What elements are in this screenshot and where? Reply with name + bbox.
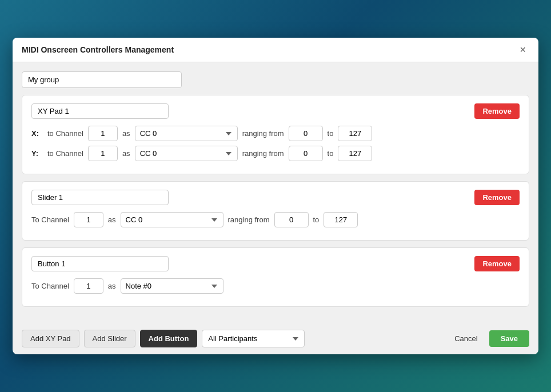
y-ranging-text: ranging from — [242, 149, 284, 158]
y-label: Y: — [31, 149, 43, 158]
footer-left: Add XY Pad Add Slider Add Button All Par… — [22, 330, 305, 347]
x-range-to-input[interactable] — [338, 126, 372, 141]
button-name-input[interactable] — [31, 256, 169, 271]
y-as-text: as — [122, 149, 130, 158]
y-channel-input[interactable] — [88, 146, 118, 161]
x-cc-select[interactable]: CC 0CC 1CC 7 — [135, 126, 238, 141]
y-to-channel-text: to Channel — [47, 149, 83, 158]
x-channel-input[interactable] — [88, 126, 118, 141]
participants-select[interactable]: All Participants Participant 1 Participa… — [202, 330, 305, 347]
save-button[interactable]: Save — [489, 330, 529, 347]
midi-dialog: MIDI Onscreen Controllers Management × R… — [13, 38, 538, 354]
button-to-channel-text: To Channel — [31, 282, 69, 290]
y-range-to-input[interactable] — [338, 146, 372, 161]
x-range-from-input[interactable] — [289, 126, 323, 141]
button-remove-button[interactable]: Remove — [474, 256, 520, 271]
slider-header: Remove — [31, 190, 520, 205]
button-note-select[interactable]: Note #0Note #1Note #36 — [121, 278, 223, 294]
slider-as-text: as — [108, 215, 116, 224]
close-button[interactable]: × — [516, 43, 529, 56]
x-as-text: as — [122, 129, 130, 138]
add-slider-button[interactable]: Add Slider — [84, 330, 135, 347]
xy-pad-block: Remove X: to Channel as CC 0CC 1CC 7 ran… — [22, 95, 529, 174]
add-button-button[interactable]: Add Button — [140, 330, 198, 347]
button-row: To Channel as Note #0Note #1Note #36 — [31, 278, 520, 294]
xy-pad-x-row: X: to Channel as CC 0CC 1CC 7 ranging fr… — [31, 126, 520, 141]
y-cc-select[interactable]: CC 0CC 1CC 7 — [135, 146, 238, 161]
xy-pad-name-input[interactable] — [31, 103, 169, 119]
y-to-text: to — [328, 149, 334, 158]
slider-range-to-input[interactable] — [324, 212, 358, 227]
add-xy-pad-button[interactable]: Add XY Pad — [22, 330, 79, 347]
dialog-body: Remove X: to Channel as CC 0CC 1CC 7 ran… — [13, 62, 538, 323]
slider-to-text: to — [313, 215, 320, 224]
button-block: Remove To Channel as Note #0Note #1Note … — [22, 247, 529, 307]
dialog-titlebar: MIDI Onscreen Controllers Management × — [13, 38, 538, 62]
button-header: Remove — [31, 256, 520, 271]
slider-to-channel-text: To Channel — [31, 215, 69, 224]
button-as-text: as — [108, 282, 116, 290]
dialog-title: MIDI Onscreen Controllers Management — [22, 45, 174, 54]
slider-channel-input[interactable] — [74, 212, 103, 227]
button-channel-input[interactable] — [74, 278, 103, 294]
x-to-text: to — [328, 129, 334, 138]
slider-ranging-text: ranging from — [228, 215, 270, 224]
xy-pad-remove-button[interactable]: Remove — [474, 103, 520, 119]
dialog-footer: Add XY Pad Add Slider Add Button All Par… — [13, 323, 538, 354]
xy-pad-y-row: Y: to Channel as CC 0CC 1CC 7 ranging fr… — [31, 146, 520, 161]
cancel-button[interactable]: Cancel — [448, 330, 484, 347]
slider-row: To Channel as CC 0CC 1CC 7 ranging from … — [31, 212, 520, 227]
x-label: X: — [31, 129, 43, 138]
slider-remove-button[interactable]: Remove — [474, 190, 520, 205]
y-range-from-input[interactable] — [289, 146, 323, 161]
slider-cc-select[interactable]: CC 0CC 1CC 7 — [121, 212, 223, 227]
xy-pad-header: Remove — [31, 103, 520, 119]
x-ranging-text: ranging from — [242, 129, 284, 138]
group-name-input[interactable] — [22, 71, 182, 88]
slider-range-from-input[interactable] — [274, 212, 309, 227]
slider-block: Remove To Channel as CC 0CC 1CC 7 rangin… — [22, 181, 529, 241]
slider-name-input[interactable] — [31, 190, 169, 205]
footer-right: Cancel Save — [448, 330, 529, 347]
x-to-channel-text: to Channel — [47, 129, 83, 138]
